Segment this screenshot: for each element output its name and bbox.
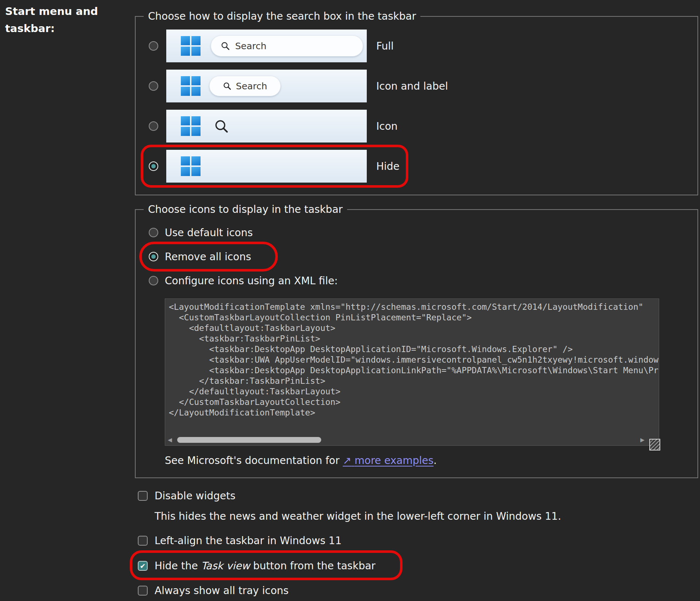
checkbox-label-hide-task-view[interactable]: Hide the Task view button from the taskb… (155, 560, 376, 572)
search-icon (221, 41, 230, 51)
search-box-text: Search (235, 41, 267, 51)
radio-hide[interactable] (149, 161, 158, 171)
taskbar-preview-icon[interactable] (166, 110, 367, 143)
search-box-display-legend: Choose how to display the search box in … (144, 10, 420, 22)
option-row-icon: Icon (149, 110, 697, 143)
checkbox-tray-icons[interactable] (138, 586, 148, 596)
checkbox-row-tray-icons: Always show all tray icons (138, 585, 289, 597)
scroll-left-arrow-icon[interactable]: ◀ (166, 437, 174, 443)
option-label-configure-xml[interactable]: Configure icons using an XML file: (165, 275, 338, 287)
taskbar-icons-group: Choose icons to display in the taskbar U… (135, 203, 698, 478)
scroll-right-arrow-icon[interactable]: ▶ (639, 437, 646, 443)
option-row-remove-icons: Remove all icons (149, 250, 697, 263)
xml-code: <LayoutModificationTemplate xmlns="http:… (165, 299, 659, 427)
radio-remove-icons[interactable] (149, 252, 158, 261)
windows-logo-icon (181, 116, 201, 136)
taskbar-preview-icon-and-label[interactable]: Search (166, 70, 367, 102)
checkbox-label-left-align[interactable]: Left-align the taskbar in Windows 11 (155, 535, 342, 547)
search-icon (223, 82, 232, 90)
checkbox-row-hide-task-view: ✔ Hide the Task view button from the tas… (138, 560, 376, 572)
section-label-line2: taskbar: (5, 20, 98, 37)
windows-logo-icon (181, 76, 201, 96)
scrollbar-thumb[interactable] (177, 437, 321, 443)
radio-icon-and-label[interactable] (149, 81, 158, 91)
search-pill: Search (209, 76, 281, 96)
check-icon: ✔ (140, 562, 146, 570)
checkbox-row-left-align: Left-align the taskbar in Windows 11 (138, 535, 342, 547)
option-label-icon[interactable]: Icon (376, 120, 398, 132)
search-box-display-group: Choose how to display the search box in … (135, 10, 698, 195)
radio-configure-xml[interactable] (149, 276, 158, 285)
option-label-full[interactable]: Full (376, 40, 394, 52)
more-examples-link-text: more examples (354, 454, 433, 467)
doc-note-period: . (433, 454, 437, 467)
xml-code-textarea[interactable]: <LayoutModificationTemplate xmlns="http:… (165, 298, 659, 446)
option-row-full: Search Full (149, 30, 697, 62)
settings-page: Start menu and taskbar: Choose how to di… (0, 0, 700, 601)
taskbar-preview-full[interactable]: Search (166, 30, 367, 62)
option-label-remove-icons[interactable]: Remove all icons (165, 251, 251, 263)
resize-grip[interactable] (649, 439, 660, 450)
checkbox-disable-widgets[interactable] (138, 491, 148, 501)
checkbox-label-disable-widgets[interactable]: Disable widgets (155, 490, 236, 502)
section-label-line1: Start menu and (5, 3, 98, 20)
search-pill-text: Search (236, 81, 267, 91)
documentation-note: See Microsoft's documentation for ↗ more… (165, 454, 697, 467)
checkbox-hide-task-view[interactable]: ✔ (138, 561, 148, 571)
taskbar-preview-hide[interactable] (166, 150, 367, 183)
option-label-icon-and-label[interactable]: Icon and label (376, 80, 448, 92)
search-box-full: Search (211, 35, 363, 56)
doc-note-text: See Microsoft's documentation for (165, 454, 343, 467)
option-label-hide[interactable]: Hide (376, 160, 400, 172)
disable-widgets-description: This hides the news and weather widget i… (155, 510, 561, 522)
checkbox-label-tray-icons[interactable]: Always show all tray icons (155, 585, 289, 597)
search-icon (214, 118, 229, 134)
section-label: Start menu and taskbar: (5, 3, 98, 37)
option-row-hide: Hide (149, 150, 697, 183)
checkbox-left-align[interactable] (138, 536, 148, 546)
radio-default-icons[interactable] (149, 228, 158, 237)
windows-logo-icon (181, 156, 201, 176)
external-link-arrow-icon: ↗ (343, 454, 351, 467)
more-examples-link[interactable]: ↗ more examples (343, 454, 433, 467)
taskbar-icons-legend: Choose icons to display in the taskbar (144, 203, 347, 215)
radio-full[interactable] (149, 41, 158, 51)
horizontal-scrollbar[interactable]: ◀ ▶ (166, 436, 658, 444)
option-label-default-icons[interactable]: Use default icons (165, 227, 253, 239)
checkbox-row-disable-widgets: Disable widgets (138, 490, 236, 502)
option-row-icon-and-label: Search Icon and label (149, 70, 697, 102)
windows-logo-icon (181, 36, 201, 56)
option-row-configure-xml: Configure icons using an XML file: (149, 274, 697, 287)
option-row-default-icons: Use default icons (149, 226, 697, 239)
radio-icon[interactable] (149, 121, 158, 131)
